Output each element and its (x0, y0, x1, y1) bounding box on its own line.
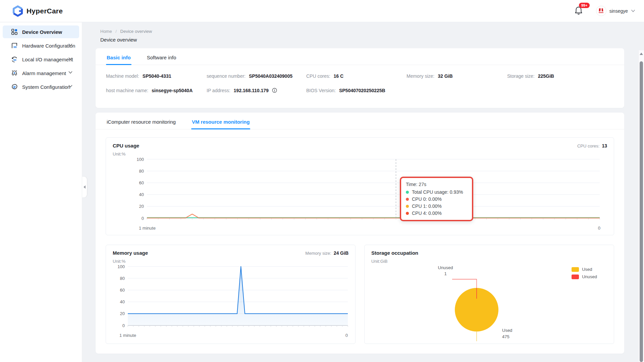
field-value: 225GiB (538, 73, 554, 79)
breadcrumb: Home / Device overview (100, 29, 644, 34)
pie-label-name: Unused (434, 265, 457, 271)
field-label: sequence number: (207, 73, 246, 79)
breadcrumb-home[interactable]: Home (100, 29, 112, 34)
tooltip-row-label: Total CPU usage: 0.93% (412, 189, 463, 195)
sidebar-item-local-io-management[interactable]: Local I/O management (3, 53, 79, 66)
x-right-label: 0 (598, 226, 600, 231)
tooltip-row: CPU 0: 0.00% (406, 196, 467, 202)
field-label: Storage size: (507, 73, 535, 79)
field-label: Memory size: (407, 73, 434, 79)
svg-text:60: 60 (139, 180, 144, 185)
storage-pie-chart[interactable]: Unused 1 Used 475 Used (371, 267, 607, 341)
bottom-panels-row: Memory usage Memory size:24 GiB Unit:% 0… (106, 245, 614, 344)
svg-text:100: 100 (137, 157, 144, 162)
svg-text:40: 40 (139, 192, 144, 197)
tab-basic-info[interactable]: Basic info (106, 48, 131, 65)
local-io-icon (11, 56, 18, 63)
sidebar-item-device-overview[interactable]: Device Overview (3, 25, 79, 38)
svg-text:80: 80 (120, 276, 125, 281)
notifications-button[interactable]: 99+ (575, 6, 583, 16)
sidebar-item-system-configuration[interactable]: System Configuration (3, 80, 79, 93)
chevron-down-icon[interactable] (631, 9, 635, 12)
sidebar-item-alarm-management[interactable]: Alarm management (3, 67, 79, 79)
cpu-usage-chart[interactable]: 020406080100 (113, 157, 608, 224)
legend-swatch-unused (572, 275, 579, 279)
tab-vm-resource-monitoring[interactable]: VM resource monitoring (191, 113, 251, 129)
x-left-label: 1 minute (139, 226, 156, 231)
avatar[interactable] (596, 6, 606, 16)
tooltip-row-label: CPU 0: 0.00% (412, 196, 442, 202)
field-machine-model: Machine model:SP5040-4331 (106, 73, 207, 79)
sidebar-item-label: Local I/O management (22, 57, 73, 62)
device-overview-icon (11, 28, 18, 35)
pie-label-value: 1 (434, 271, 457, 277)
memory-size-value: 24 GiB (334, 250, 348, 256)
sidebar-item-hardware-configuration[interactable]: Hardware Configuration (3, 39, 79, 52)
cpu-unit-label: Unit:% (113, 152, 607, 157)
field-storage-size: Storage size:225GiB (507, 73, 614, 79)
svg-text:20: 20 (120, 311, 125, 316)
resource-monitoring-card: iComputer resource monitoring VM resourc… (96, 113, 624, 354)
sidebar: Device Overview Hardware Configuration L… (0, 22, 82, 362)
field-value: SP50407020250225B (339, 88, 385, 93)
basic-info-card: Basic info Software info Machine model:S… (96, 48, 624, 108)
memory-usage-chart[interactable]: 020406080100 (113, 264, 349, 331)
memory-panel-header: Memory usage Memory size:24 GiB (113, 250, 348, 256)
x-right-label: 0 (345, 333, 348, 338)
pie-label-name: Used (502, 327, 512, 334)
cpu-chart-tooltip: Time: 27s Total CPU usage: 0.93% CPU 0: … (400, 177, 473, 221)
app-name: HyperCare (26, 7, 63, 15)
cpu-cores-label: CPU cores: (577, 143, 599, 148)
sidebar-item-label: Hardware Configuration (22, 43, 75, 49)
monitoring-tabs: iComputer resource monitoring VM resourc… (96, 113, 624, 129)
header-right: 99+ sinsegye (575, 6, 635, 16)
legend-item-unused[interactable]: Unused (572, 274, 597, 279)
cpu-panel-header: CPU usage CPU cores:13 (113, 143, 607, 148)
tab-icomputer-resource-monitoring[interactable]: iComputer resource monitoring (106, 113, 176, 129)
user-menu[interactable]: sinsegye (596, 6, 635, 16)
series-dot (406, 198, 409, 201)
chevron-down-icon (68, 57, 72, 60)
sidebar-collapse-handle[interactable] (82, 177, 87, 197)
chevron-down-icon (68, 71, 72, 74)
breadcrumb-current: Device overview (120, 29, 152, 34)
scroll-up-icon[interactable] (640, 53, 643, 55)
tab-software-info[interactable]: Software info (146, 48, 177, 65)
field-value: 32 GiB (438, 73, 452, 79)
vertical-scrollbar[interactable] (638, 50, 644, 362)
series-dot (406, 191, 409, 194)
field-cpu-cores: CPU cores:16 C (306, 73, 407, 79)
legend-label: Used (582, 267, 592, 272)
field-host-machine-name: host machine name:sinsegye-sp5040A (106, 87, 207, 94)
legend-item-used[interactable]: Used (572, 267, 597, 272)
field-value: SP5040-4331 (143, 73, 171, 79)
hardware-configuration-icon (11, 42, 18, 49)
field-bios-version: BIOS Version:SP50407020250225B (306, 87, 407, 94)
sidebar-item-label: System Configuration (22, 84, 70, 90)
field-label: CPU cores: (306, 73, 330, 79)
field-label: IP address: (207, 88, 230, 93)
storage-occupation-title: Storage occupation (371, 250, 418, 256)
memory-size-label: Memory size: (305, 251, 331, 256)
main-content: Home / Device overview Device overview B… (82, 22, 644, 362)
notification-badge: 99+ (579, 3, 590, 8)
memory-x-axis-labels: 1 minute 0 (119, 333, 348, 338)
field-ip-address: IP address:192.168.110.179 (207, 87, 306, 94)
cpu-cores-value: 13 (602, 143, 607, 148)
alarm-icon (11, 70, 18, 76)
field-value: SP5040A032409005 (249, 73, 292, 79)
tooltip-row: CPU 1: 0.00% (406, 203, 467, 209)
x-left-label: 1 minute (119, 333, 136, 338)
sidebar-item-label: Device Overview (22, 29, 62, 35)
memory-size-corner: Memory size:24 GiB (305, 250, 348, 256)
info-icon[interactable] (272, 88, 277, 93)
svg-text:0: 0 (122, 323, 125, 328)
scrollbar-thumb[interactable] (640, 61, 643, 362)
basic-info-tabs: Basic info Software info (96, 48, 624, 65)
storage-panel-header: Storage occupation (371, 250, 607, 256)
field-label: BIOS Version: (306, 88, 336, 93)
field-value: 192.168.110.179 (234, 88, 269, 93)
pie-label-unused: Unused 1 (434, 265, 457, 277)
collapse-left-icon (84, 185, 86, 189)
logo: HyperCare (12, 5, 63, 17)
